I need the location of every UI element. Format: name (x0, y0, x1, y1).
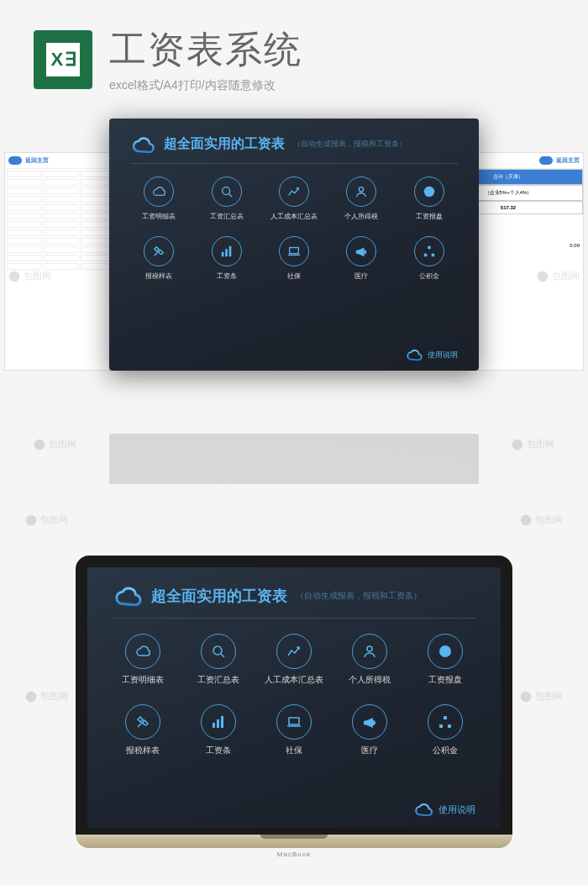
search-icon (212, 176, 242, 207)
dashboard-tile-chart-line[interactable]: 人工成本汇总表 (265, 176, 323, 221)
watermark: 包图网 (512, 438, 554, 450)
dashboard-tile-cloud[interactable]: 工资明细表 (113, 634, 173, 686)
tile-label: 工资报盘 (416, 212, 443, 221)
cloud-icon (539, 156, 553, 165)
tile-label: 社保 (287, 271, 301, 281)
pie-icon (428, 634, 463, 669)
dashboard-icon-grid: 工资明细表工资汇总表人工成本汇总表个人所得税工资报盘报税样表工资条社保医疗公积金 (113, 634, 475, 756)
excel-logo-icon: X ∃ (34, 30, 92, 89)
watermark: 包图网 (25, 690, 68, 703)
dashboard-tile-megaphone[interactable]: 医疗 (339, 704, 400, 756)
cloud-icon (8, 156, 22, 165)
svg-point-13 (538, 271, 549, 282)
person-icon (346, 176, 376, 207)
watermark: 包图网 (537, 270, 580, 282)
page-title: 工资表系统 (109, 25, 554, 75)
usage-instructions-link[interactable]: 使用说明 (413, 803, 475, 816)
watermark: 包图网 (520, 690, 563, 703)
tile-label: 医疗 (361, 745, 378, 756)
megaphone-icon (346, 236, 376, 266)
tools-icon (144, 236, 174, 266)
cloud-icon (406, 349, 423, 361)
dashboard-title: 超全面实用的工资表 (151, 586, 287, 606)
dashboard-tile-person[interactable]: 个人所得税 (339, 634, 400, 686)
tile-label: 工资报盘 (428, 674, 462, 686)
bars-icon (212, 236, 242, 266)
svg-point-14 (34, 439, 45, 450)
dashboard-tile-bars[interactable]: 工资条 (197, 236, 255, 281)
dashboard-tile-laptop[interactable]: 社保 (265, 236, 323, 281)
tile-label: 个人所得税 (344, 212, 378, 221)
svg-point-15 (512, 439, 523, 450)
laptop-brand-label: MacBook (277, 851, 311, 858)
main-dashboard-panel: 超全面实用的工资表 （自动生成报表，报税和工资条） 工资明细表工资汇总表人工成本… (109, 119, 479, 371)
dashboard-tile-pie[interactable]: 工资报盘 (415, 634, 475, 686)
cloud-icon (413, 803, 433, 816)
dashboard-tile-laptop[interactable]: 社保 (264, 704, 324, 756)
tools-icon (125, 704, 160, 740)
svg-point-18 (26, 691, 37, 702)
tile-label: 个人所得税 (349, 674, 391, 686)
reflection-decoration (109, 434, 479, 484)
tile-label: 公积金 (419, 271, 439, 281)
chart-line-icon (276, 634, 312, 669)
watermark: 包图网 (34, 438, 76, 450)
laptop-mockup: 包图网 包图网 包图网 包图网 超全面实用的工资表 （自动生成报表，报税和工资条… (0, 556, 588, 848)
megaphone-icon (352, 704, 387, 740)
pie-icon (414, 176, 444, 207)
usage-instructions-link[interactable]: 使用说明 (406, 349, 458, 361)
cloud-icon (125, 634, 160, 669)
dashboard-tile-bars[interactable]: 工资条 (188, 704, 249, 756)
cloud-icon (144, 176, 174, 207)
dashboard-title: 超全面实用的工资表 (164, 135, 285, 153)
dashboard-tile-tools[interactable]: 报税样表 (113, 704, 173, 756)
dashboard-tile-person[interactable]: 个人所得税 (333, 176, 390, 221)
dashboard-tile-search[interactable]: 工资汇总表 (188, 634, 249, 686)
dashboard-icon-grid: 工资明细表工资汇总表人工成本汇总表个人所得税工资报盘报税样表工资条社保医疗公积金 (130, 176, 458, 281)
cloud-logo-icon (113, 586, 143, 606)
dashboard-subtitle: （自动生成报表，报税和工资条） (296, 590, 422, 602)
tile-label: 社保 (286, 745, 302, 756)
dashboard-tile-search[interactable]: 工资汇总表 (197, 176, 255, 221)
laptop-icon (279, 236, 309, 266)
watermark: 包图网 (8, 270, 51, 282)
preview-area: 返回主页 返回主页 合计（天津） （企业5%+个人4%） 517.32 0.00… (0, 119, 588, 455)
cloud-logo-icon (130, 136, 155, 153)
laptop-frame: 超全面实用的工资表 （自动生成报表，报税和工资条） 工资明细表工资汇总表人工成本… (76, 556, 512, 835)
dashboard-tile-tools[interactable]: 报税样表 (130, 236, 187, 281)
svg-point-16 (26, 514, 37, 525)
org-icon (428, 704, 463, 740)
tile-label: 工资明细表 (142, 212, 176, 221)
svg-point-12 (9, 271, 20, 282)
tile-label: 工资条 (206, 745, 231, 756)
tile-label: 工资明细表 (122, 674, 164, 686)
tile-label: 人工成本汇总表 (270, 212, 318, 221)
tile-label: 工资汇总表 (197, 674, 239, 686)
tile-label: 报税样表 (126, 745, 160, 756)
search-icon (201, 634, 236, 669)
tile-label: 医疗 (354, 271, 368, 281)
org-icon (414, 236, 444, 266)
watermark: 包图网 (25, 514, 68, 526)
chart-line-icon (279, 176, 309, 207)
page-header: X ∃ 工资表系统 excel格式/A4打印/内容随意修改 (0, 0, 588, 102)
watermark: 包图网 (520, 514, 563, 526)
dashboard-tile-chart-line[interactable]: 人工成本汇总表 (264, 634, 324, 686)
tile-label: 公积金 (433, 745, 458, 756)
tile-label: 报税样表 (145, 271, 172, 281)
tile-label: 人工成本汇总表 (265, 674, 323, 686)
dashboard-tile-cloud[interactable]: 工资明细表 (130, 176, 187, 221)
laptop-base (76, 835, 512, 848)
page-subtitle: excel格式/A4打印/内容随意修改 (109, 78, 554, 93)
laptop-icon (276, 704, 312, 740)
svg-point-17 (521, 514, 532, 525)
dashboard-subtitle: （自动生成报表，报税和工资条） (293, 139, 407, 150)
dashboard-tile-org[interactable]: 公积金 (401, 236, 458, 281)
dashboard-tile-pie[interactable]: 工资报盘 (401, 176, 458, 221)
laptop-screen-dashboard: 超全面实用的工资表 （自动生成报表，报税和工资条） 工资明细表工资汇总表人工成本… (87, 567, 501, 828)
bars-icon (201, 704, 236, 740)
dashboard-tile-org[interactable]: 公积金 (415, 704, 475, 756)
person-icon (352, 634, 387, 669)
dashboard-tile-megaphone[interactable]: 医疗 (333, 236, 390, 281)
tile-label: 工资条 (217, 271, 237, 281)
